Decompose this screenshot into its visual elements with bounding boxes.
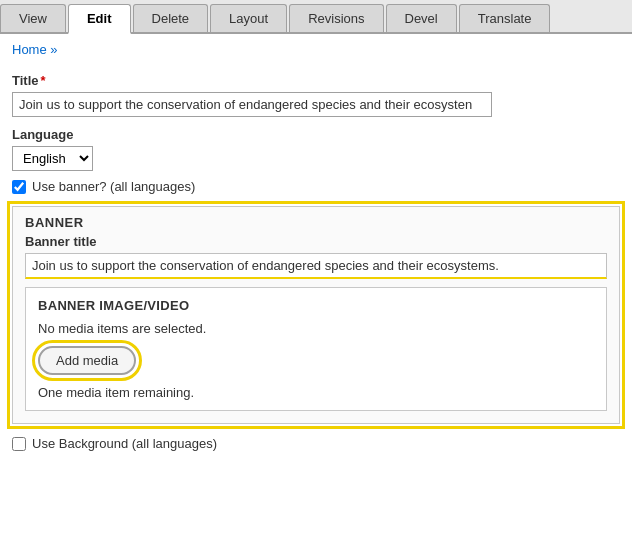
banner-image-header: BANNER IMAGE/VIDEO [38,298,594,313]
tab-edit[interactable]: Edit [68,4,131,34]
main-content: Title* Language EnglishFrenchSpanish Use… [0,61,632,463]
language-label: Language [12,127,620,142]
tab-revisions[interactable]: Revisions [289,4,383,32]
tab-view[interactable]: View [0,4,66,32]
banner-header: BANNER [13,207,619,234]
tab-devel[interactable]: Devel [386,4,457,32]
banner-image-section: BANNER IMAGE/VIDEO No media items are se… [25,287,607,411]
tab-bar: View Edit Delete Layout Revisions Devel … [0,0,632,34]
tab-layout[interactable]: Layout [210,4,287,32]
breadcrumb: Home » [0,34,632,61]
language-select[interactable]: EnglishFrenchSpanish [12,146,93,171]
required-marker: * [41,73,46,88]
banner-section: BANNER Banner title Join us to support t… [12,206,620,424]
no-media-text: No media items are selected. [38,321,594,336]
home-link[interactable]: Home [12,42,47,57]
tab-delete[interactable]: Delete [133,4,209,32]
use-banner-checkbox[interactable] [12,180,26,194]
tab-translate[interactable]: Translate [459,4,551,32]
use-background-checkbox[interactable] [12,437,26,451]
title-label: Title* [12,73,620,88]
use-banner-row: Use banner? (all languages) [12,179,620,194]
add-media-button[interactable]: Add media [38,346,136,375]
use-background-row: Use Background (all languages) [12,436,620,451]
title-input[interactable] [12,92,492,117]
banner-title-label: Banner title [13,234,619,253]
use-background-label: Use Background (all languages) [32,436,217,451]
breadcrumb-separator: » [47,42,58,57]
use-banner-label: Use banner? (all languages) [32,179,195,194]
banner-title-value: Join us to support the conservation of e… [25,253,607,279]
media-remaining-text: One media item remaining. [38,385,594,400]
